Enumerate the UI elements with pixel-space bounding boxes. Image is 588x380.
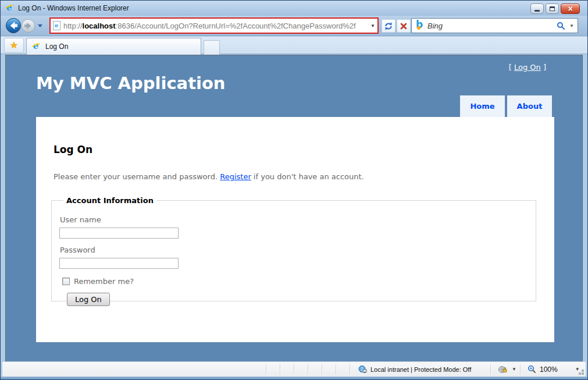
main-nav: Home About [460,95,552,117]
username-label: User name [60,215,536,224]
fieldset-legend: Account Information [63,196,156,205]
url-path: :8636/Account/LogOn?ReturnUrl=%2fAccount… [116,22,356,30]
password-input[interactable] [59,258,179,269]
log-on-button[interactable]: Log On [67,293,110,306]
favorites-star-icon: ★ [10,41,18,50]
status-divider [308,364,308,375]
tab-ie-icon [32,42,41,51]
username-input[interactable] [59,228,179,239]
log-on-link[interactable]: Log On [514,63,541,72]
status-divider [336,364,336,375]
stop-button[interactable] [397,19,411,33]
account-information-fieldset: Account Information User name Password R… [51,196,536,301]
resize-grip[interactable] [582,372,584,375]
login-status: [ Log On ] [509,63,546,72]
forward-button-disabled[interactable] [21,19,35,33]
refresh-icon [384,22,393,31]
tab-log-on[interactable]: Log On [26,38,201,55]
navigation-toolbar: http://localhost:8636/Account/LogOn?Retu… [1,16,587,36]
register-link[interactable]: Register [220,172,251,181]
status-divider [294,364,294,375]
close-button[interactable]: × [561,3,580,14]
status-divider [322,364,322,375]
bing-logo-icon [415,21,425,30]
new-tab-button[interactable] [204,40,220,55]
window-title: Log On - Windows Internet Explorer [18,4,129,12]
tab-label: Log On [45,42,68,51]
page-viewport: [ Log On ] My MVC Application Home About… [5,55,583,361]
intro-text: Please enter your username and password.… [54,172,554,181]
url-text[interactable]: http://localhost:8636/Account/LogOn?Retu… [63,22,368,30]
window-bottom-frame [1,377,587,380]
status-divider [350,364,350,375]
recent-pages-dropdown[interactable] [38,24,42,27]
zoom-level: 100% [540,365,558,374]
restore-icon [550,6,555,11]
status-divider [280,364,280,375]
address-dropdown-icon[interactable]: ▼ [370,23,375,29]
refresh-button[interactable] [382,19,395,33]
close-icon: × [568,5,572,13]
browser-window: Log On - Windows Internet Explorer × [0,0,588,380]
intranet-globe-icon [358,365,367,374]
search-input[interactable] [427,22,554,30]
security-zone-status[interactable]: Local intranet | Protected Mode: Off [358,362,471,377]
bracket-open: [ [509,63,512,72]
nav-about[interactable]: About [507,95,552,117]
privacy-report-control[interactable]: ▼ [498,362,516,377]
status-divider [266,364,266,375]
title-bar: Log On - Windows Internet Explorer × [1,1,587,16]
status-divider [490,364,491,375]
privacy-dropdown-icon[interactable]: ▼ [512,367,516,372]
zoom-control[interactable]: 100% ▼ [528,362,580,377]
status-bar: Local intranet | Protected Mode: Off ▼ 1… [2,361,586,377]
nav-home[interactable]: Home [460,95,505,117]
app-title: My MVC Application [36,73,226,93]
minimize-icon [534,10,540,12]
search-box[interactable]: ▼ [411,18,578,33]
zoom-magnifier-icon [528,365,536,374]
back-button[interactable] [5,17,22,34]
ie-logo-icon [5,3,15,13]
stop-icon [400,22,408,30]
url-domain: localhost [83,22,116,30]
favorites-button[interactable]: ★ [4,38,24,53]
main-content: Log On Please enter your username and pa… [36,117,554,342]
minimize-button[interactable] [530,3,544,14]
url-scheme: http:// [63,22,83,30]
status-divider [520,364,521,375]
bracket-close: ] [543,63,546,72]
zone-text: Local intranet | Protected Mode: Off [370,366,471,373]
security-globe-lock-icon [498,365,507,374]
intro-after: if you don't have an account. [251,172,364,181]
remember-me-checkbox[interactable] [62,278,70,285]
search-icon[interactable] [557,22,565,30]
search-options-dropdown-icon[interactable]: ▼ [569,23,574,29]
remember-me-label: Remember me? [74,277,134,286]
tab-bar: ★ Log On [1,37,587,54]
intro-before: Please enter your username and password. [54,172,220,181]
restore-button[interactable] [546,3,559,14]
address-bar[interactable]: http://localhost:8636/Account/LogOn?Retu… [49,17,379,34]
page-heading: Log On [54,144,554,155]
page-ie-icon [53,21,60,30]
zoom-dropdown-icon[interactable]: ▼ [575,367,580,372]
password-label: Password [60,246,536,254]
